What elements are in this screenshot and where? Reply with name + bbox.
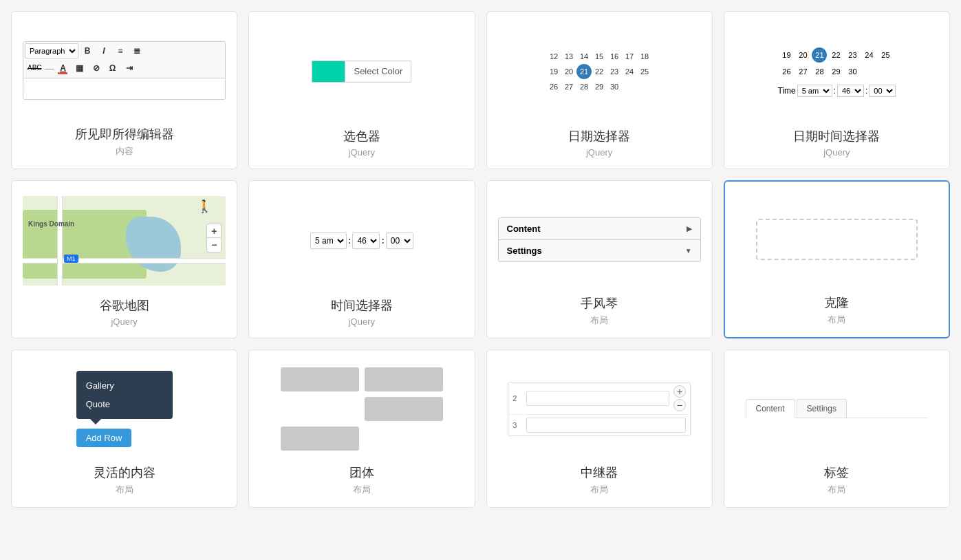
- flex-menu-quote[interactable]: Quote: [76, 395, 173, 413]
- date-cell-today[interactable]: 21: [576, 64, 592, 79]
- map-person-icon: 🚶: [197, 199, 212, 214]
- card-group: 团体 布局: [248, 349, 475, 508]
- date-cell[interactable]: 26: [546, 79, 561, 94]
- tp-colon1: :: [348, 235, 351, 246]
- select-color-button[interactable]: Select Color: [345, 61, 411, 83]
- tabs-preview: Content Settings: [735, 361, 938, 456]
- indent-btn[interactable]: ⇥: [122, 61, 137, 76]
- date-cell[interactable]: 30: [607, 79, 622, 94]
- date-cell[interactable]: 26: [779, 64, 794, 79]
- flex-menu-gallery[interactable]: Gallery: [76, 376, 173, 395]
- accordion-header-content[interactable]: Content ▶: [499, 218, 700, 239]
- omega-btn[interactable]: Ω: [105, 61, 120, 76]
- date-cell[interactable]: 28: [576, 79, 592, 94]
- date-cell[interactable]: 16: [607, 49, 622, 64]
- map-container[interactable]: Kings Domain M1 🚶 + −: [23, 196, 226, 286]
- ol-btn[interactable]: ≣: [129, 43, 144, 58]
- repeater-controls-1: + −: [673, 385, 686, 411]
- map-kings-domain-label: Kings Domain: [28, 220, 74, 228]
- date-cell[interactable]: 30: [845, 64, 860, 79]
- repeater-field-1[interactable]: [526, 391, 669, 406]
- date-cell[interactable]: 18: [637, 49, 652, 64]
- date-cell[interactable]: [637, 79, 652, 94]
- date-cell[interactable]: 20: [561, 64, 576, 79]
- date-cell[interactable]: [878, 64, 893, 79]
- date-cell[interactable]: 12: [546, 49, 561, 64]
- card-title-tabs: 标签: [824, 464, 849, 481]
- accordion-header-settings[interactable]: Settings ▼: [499, 240, 700, 261]
- card-title-timepicker: 时间选择器: [331, 297, 393, 314]
- minute-select[interactable]: 46: [837, 85, 864, 97]
- tab-settings[interactable]: Settings: [797, 399, 847, 418]
- text-bg-btn[interactable]: ▦: [72, 61, 87, 76]
- date-cell[interactable]: 14: [576, 49, 592, 64]
- date-cell[interactable]: 24: [622, 64, 637, 79]
- color-swatch[interactable]: [312, 61, 345, 83]
- wysiwyg-body[interactable]: [23, 78, 225, 99]
- map-zoom-in-button[interactable]: +: [207, 224, 221, 238]
- second-select[interactable]: 00: [869, 85, 896, 97]
- repeater-preview: 2 + − 3: [498, 361, 701, 456]
- date-cell[interactable]: 19: [546, 64, 561, 79]
- repeater-num-2: 3: [512, 421, 522, 429]
- map-preview: Kings Domain M1 🚶 + −: [23, 192, 226, 289]
- card-title-datepicker: 日期选择器: [568, 128, 630, 144]
- card-subtitle-datetimepicker: jQuery: [823, 147, 850, 158]
- date-cell[interactable]: 22: [592, 64, 607, 79]
- group-block-3: [365, 397, 443, 421]
- tab-content[interactable]: Content: [746, 399, 795, 418]
- card-subtitle-repeater: 布局: [590, 484, 608, 496]
- repeater-field-2[interactable]: [526, 418, 686, 433]
- card-subtitle-flexcontent: 布局: [116, 484, 133, 496]
- map-m1-badge: M1: [64, 255, 78, 263]
- date-cell[interactable]: 29: [592, 79, 607, 94]
- date-cell[interactable]: 25: [878, 47, 893, 63]
- date-cell[interactable]: 27: [795, 64, 810, 79]
- color-picker-widget: Select Color: [312, 61, 411, 83]
- card-subtitle-googlemap: jQuery: [111, 316, 137, 327]
- accordion-label-settings: Settings: [507, 246, 542, 256]
- date-cell[interactable]: 15: [592, 49, 607, 64]
- bold-btn[interactable]: B: [80, 43, 95, 58]
- group-block-4: [281, 427, 359, 451]
- tp-min-select[interactable]: 46: [352, 233, 380, 249]
- date-cell[interactable]: 17: [622, 49, 637, 64]
- date-cell[interactable]: 13: [561, 49, 576, 64]
- card-tabs: Content Settings 标签 布局: [724, 349, 950, 508]
- ul-btn[interactable]: ≡: [113, 43, 128, 58]
- date-cell[interactable]: 27: [561, 79, 576, 94]
- date-cell[interactable]: 25: [637, 64, 652, 79]
- date-cell[interactable]: 23: [845, 47, 860, 63]
- add-row-button[interactable]: Add Row: [76, 429, 132, 447]
- card-subtitle-colorpicker: jQuery: [349, 147, 375, 158]
- wysiwyg-editor: Paragraph B I ≡ ≣ ABC — A ▦ ⊘ Ω ⇥: [23, 41, 226, 100]
- date-cell[interactable]: 24: [861, 47, 876, 63]
- underline-color-btn[interactable]: A: [56, 61, 71, 76]
- hour-select[interactable]: 5 am: [797, 85, 832, 97]
- datetimepicker-widget: 19 20 21 22 23 24 25 26 27 28 29 30: [777, 46, 896, 97]
- clone-placeholder: [756, 219, 918, 260]
- repeater-add-btn[interactable]: +: [673, 385, 686, 398]
- repeater-remove-btn[interactable]: −: [673, 399, 686, 411]
- date-cell[interactable]: 19: [779, 47, 794, 63]
- italic-btn[interactable]: I: [96, 43, 111, 58]
- date-cell[interactable]: 28: [812, 64, 827, 79]
- repeater-row-1: 2 + −: [508, 383, 690, 415]
- paragraph-select[interactable]: Paragraph: [25, 43, 78, 58]
- date-cell[interactable]: 23: [607, 64, 622, 79]
- date-cell[interactable]: [861, 64, 876, 79]
- map-zoom-out-button[interactable]: −: [207, 238, 221, 252]
- card-accordion: Content ▶ Settings ▼ 手风琴 布局: [486, 180, 713, 338]
- date-cell-today[interactable]: 21: [812, 47, 827, 63]
- link-btn[interactable]: ⊘: [89, 61, 104, 76]
- card-title-googlemap: 谷歌地图: [100, 297, 149, 314]
- flex-content-menu: Gallery Quote: [76, 371, 173, 419]
- date-cell[interactable]: [622, 79, 637, 94]
- tp-sec-select[interactable]: 00: [386, 233, 413, 249]
- date-cell[interactable]: 20: [795, 47, 810, 63]
- tp-hour-select[interactable]: 5 am: [310, 233, 347, 249]
- date-cell[interactable]: 22: [828, 47, 843, 63]
- colon-sep2: :: [865, 86, 867, 96]
- card-datepicker: 12 13 14 15 16 17 18 19 20 21 22 23: [486, 11, 713, 169]
- date-cell[interactable]: 29: [828, 64, 843, 79]
